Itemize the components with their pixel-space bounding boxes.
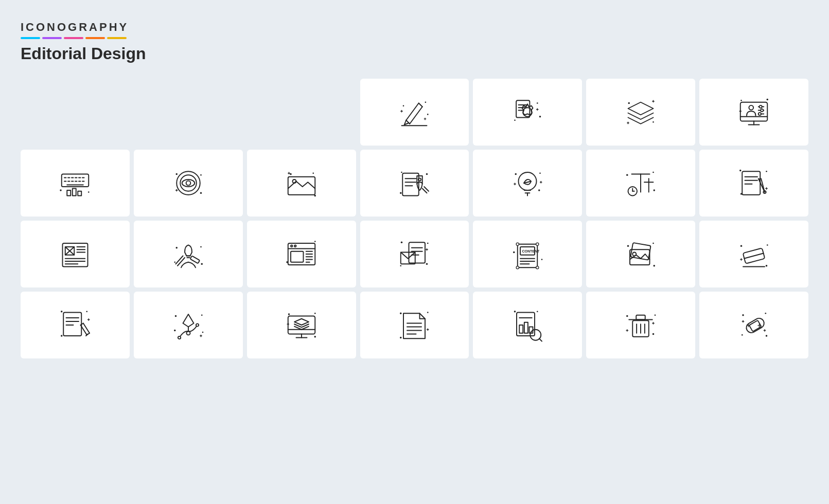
- svg-point-63: [60, 189, 62, 191]
- svg-point-64: [88, 191, 90, 193]
- svg-point-213: [201, 314, 203, 316]
- svg-point-97: [540, 172, 541, 174]
- svg-marker-24: [628, 102, 654, 115]
- svg-point-156: [314, 241, 316, 242]
- svg-rect-140: [190, 256, 200, 264]
- svg-point-215: [202, 332, 203, 333]
- svg-point-203: [61, 311, 63, 313]
- svg-marker-222: [294, 319, 309, 325]
- trash-sparkle-icon: [586, 292, 695, 358]
- svg-point-35: [749, 105, 753, 110]
- empty-cell: [134, 79, 243, 146]
- window-layout-icon: [247, 221, 356, 287]
- svg-point-212: [175, 315, 177, 317]
- svg-point-254: [652, 333, 655, 335]
- svg-point-164: [426, 263, 428, 265]
- svg-point-178: [513, 251, 515, 254]
- svg-point-234: [400, 337, 402, 339]
- svg-point-190: [766, 265, 768, 267]
- svg-point-25: [628, 102, 630, 104]
- bulb-leaf-icon: [473, 150, 582, 217]
- color-bars: [21, 37, 808, 39]
- svg-line-138: [175, 256, 183, 264]
- svg-point-245: [537, 311, 538, 312]
- svg-point-210: [178, 336, 181, 339]
- svg-point-77: [312, 172, 314, 174]
- svg-point-184: [652, 243, 654, 244]
- page-header: ICONOGRAPHY Editorial Design: [21, 21, 808, 63]
- svg-point-189: [767, 244, 768, 246]
- svg-rect-239: [520, 325, 523, 333]
- color-bar-2: [42, 37, 62, 39]
- svg-point-37: [760, 105, 762, 108]
- svg-rect-61: [73, 189, 76, 196]
- svg-point-112: [654, 189, 656, 191]
- svg-point-233: [427, 312, 429, 313]
- svg-point-176: [516, 266, 519, 269]
- svg-line-3: [410, 107, 423, 124]
- gear-document-icon: [473, 79, 582, 146]
- svg-point-253: [655, 314, 656, 316]
- svg-point-147: [291, 245, 293, 247]
- svg-point-265: [742, 314, 744, 316]
- svg-point-163: [427, 243, 429, 244]
- svg-point-268: [742, 334, 743, 336]
- svg-point-177: [536, 266, 539, 269]
- svg-point-141: [175, 247, 178, 249]
- svg-point-78: [314, 195, 316, 197]
- monitor-settings-icon: [699, 79, 808, 146]
- svg-point-142: [200, 246, 202, 248]
- color-bar-4: [85, 37, 105, 39]
- svg-point-148: [294, 245, 296, 247]
- photo-stack-icon: [586, 221, 695, 287]
- svg-point-123: [740, 193, 743, 195]
- content-badge-icon: CONTENT: [473, 221, 582, 287]
- svg-point-174: [516, 243, 519, 245]
- svg-rect-62: [78, 191, 81, 196]
- svg-point-71: [200, 192, 202, 194]
- pencil-icon: [360, 79, 469, 146]
- bulb-hands-icon: [134, 221, 243, 287]
- svg-line-1: [419, 103, 422, 107]
- svg-point-165: [400, 265, 402, 266]
- svg-point-223: [288, 313, 290, 315]
- svg-line-0: [407, 103, 419, 120]
- svg-point-211: [196, 323, 199, 326]
- typography-tool-icon: [586, 150, 695, 217]
- mail-document-icon: [360, 221, 469, 287]
- eye-target-icon: [134, 150, 243, 217]
- image-mountain-icon: [247, 150, 356, 217]
- layers-icon: [586, 79, 695, 146]
- bandaid-icon: [699, 292, 808, 358]
- svg-point-244: [514, 311, 516, 313]
- svg-point-121: [739, 170, 742, 172]
- icon-row-1: [21, 150, 808, 217]
- svg-text:CONTENT: CONTENT: [522, 249, 540, 253]
- empty-cell: [21, 79, 130, 146]
- svg-point-155: [286, 261, 288, 263]
- svg-point-76: [290, 173, 292, 175]
- svg-point-89: [400, 192, 402, 194]
- svg-point-96: [515, 173, 517, 175]
- icon-grid: CONTENT: [21, 79, 808, 358]
- brand-name: ICONOGRAPHY: [21, 21, 808, 34]
- svg-point-26: [652, 121, 654, 123]
- svg-point-205: [61, 335, 63, 337]
- document-list-icon: [360, 292, 469, 358]
- svg-point-204: [86, 311, 87, 312]
- color-bar-5: [107, 37, 127, 39]
- color-bar-1: [21, 37, 40, 39]
- svg-point-252: [626, 315, 628, 317]
- svg-point-110: [626, 174, 628, 176]
- svg-point-232: [400, 313, 402, 315]
- svg-point-267: [766, 335, 768, 337]
- svg-point-66: [180, 175, 197, 191]
- svg-point-20: [539, 116, 541, 118]
- svg-point-70: [200, 174, 202, 176]
- svg-point-188: [740, 245, 743, 247]
- svg-point-91: [519, 172, 537, 190]
- svg-line-243: [539, 338, 542, 341]
- icon-row-3: [21, 292, 808, 358]
- empty-cell: [247, 79, 356, 146]
- document-pen-icon: [21, 292, 130, 358]
